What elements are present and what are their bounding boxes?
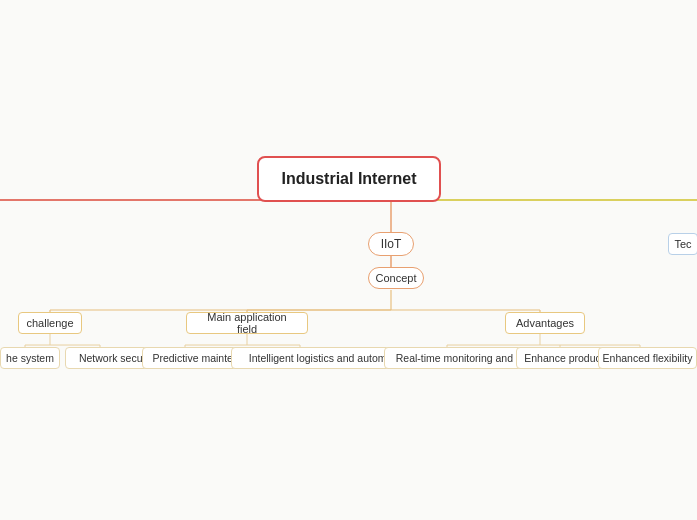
iiot-node[interactable]: IIoT [368,232,414,256]
challenge-node[interactable]: challenge [18,312,82,334]
main-app-node[interactable]: Main application field [186,312,308,334]
enhanced-flex-node[interactable]: Enhanced flexibility [598,347,697,369]
concept-node[interactable]: Concept [368,267,424,289]
advantages-node[interactable]: Advantages [505,312,585,334]
the-system-node[interactable]: he system [0,347,60,369]
tech-node[interactable]: Tec [668,233,697,255]
root-node[interactable]: Industrial Internet [257,156,441,202]
